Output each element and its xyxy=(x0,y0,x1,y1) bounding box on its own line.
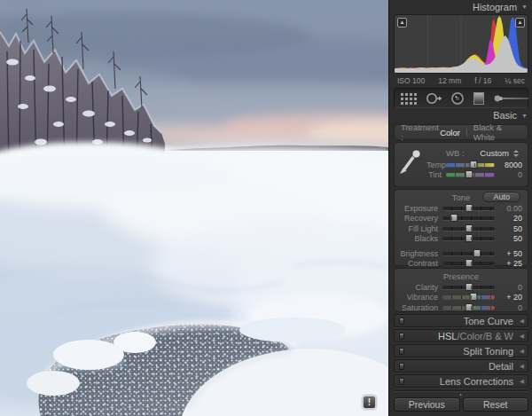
detail-panel-header[interactable]: Detail ◀ xyxy=(394,359,528,373)
exposure-label: Exposure xyxy=(400,204,442,213)
slider-fill-light: Fill Light 50 xyxy=(400,224,522,234)
panel-enable-switch[interactable] xyxy=(399,318,404,325)
exposure-slider[interactable] xyxy=(442,207,495,210)
hsl-mode[interactable]: HSL xyxy=(438,331,457,341)
clarity-slider-thumb[interactable] xyxy=(465,283,473,291)
vibrance-value[interactable]: + 20 xyxy=(495,293,522,302)
collapse-arrow-icon: ◀ xyxy=(520,348,524,354)
exif-shutter-speed: ¼ sec xyxy=(505,76,525,85)
collapse-arrow-icon: ◀ xyxy=(520,333,524,339)
temp-slider[interactable] xyxy=(446,163,495,167)
contrast-value[interactable]: + 25 xyxy=(495,259,522,268)
clarity-label: Clarity xyxy=(400,283,442,292)
exif-info-row: ISO 100 12 mm f / 16 ¼ sec xyxy=(389,74,532,85)
blacks-slider-thumb[interactable] xyxy=(465,234,473,242)
collapse-arrow-icon: ◀ xyxy=(520,318,524,324)
hsl-panel-header[interactable]: HSL / Color / B & W ◀ xyxy=(394,329,528,342)
auto-tone-button[interactable]: Auto xyxy=(482,192,520,202)
wb-label: WB : xyxy=(446,148,465,158)
metadata-status-badge[interactable]: ! xyxy=(363,396,376,409)
brightness-slider-thumb[interactable] xyxy=(473,249,481,257)
spot-removal-icon[interactable] xyxy=(426,91,442,106)
recovery-slider-thumb[interactable] xyxy=(450,214,458,222)
lens-corrections-title: Lens Corrections xyxy=(440,376,513,387)
shadow-clipping-indicator[interactable]: ▲ xyxy=(397,18,407,27)
temp-value[interactable]: 8000 xyxy=(495,161,522,169)
disclosure-triangle-icon: ▼ xyxy=(521,113,528,119)
red-eye-icon[interactable] xyxy=(450,91,465,106)
vibrance-slider-thumb[interactable] xyxy=(470,293,478,301)
histogram-panel-header[interactable]: Histogram ▼ xyxy=(389,0,532,13)
contrast-slider[interactable] xyxy=(442,262,495,265)
temp-label: Temp xyxy=(426,161,446,169)
clarity-slider[interactable] xyxy=(442,286,495,289)
saturation-slider[interactable] xyxy=(442,306,495,310)
exposure-value[interactable]: 0.00 xyxy=(495,204,522,213)
saturation-slider-thumb[interactable] xyxy=(465,303,473,311)
recovery-label: Recovery xyxy=(400,214,442,223)
bw-mode[interactable]: B & W xyxy=(486,331,513,341)
exif-focal-length: 12 mm xyxy=(438,76,461,85)
fill-light-slider-thumb[interactable] xyxy=(465,224,473,232)
lens-corrections-panel-header[interactable]: Lens Corrections ◀ xyxy=(394,374,528,388)
tone-label: Tone xyxy=(452,192,471,202)
slider-blacks: Blacks 50 xyxy=(400,234,522,245)
tool-strip xyxy=(394,88,528,108)
fill-light-value[interactable]: 50 xyxy=(495,224,522,233)
exif-aperture: f / 16 xyxy=(474,76,491,85)
wb-eyedropper-icon[interactable] xyxy=(399,147,424,177)
color-mode[interactable]: Color xyxy=(459,331,482,341)
exif-iso: ISO 100 xyxy=(397,76,425,85)
reset-button[interactable]: Reset xyxy=(463,397,529,412)
saturation-value[interactable]: 0 xyxy=(495,303,522,312)
vibrance-label: Vibrance xyxy=(400,293,442,302)
winter-landscape-photo xyxy=(0,0,388,416)
temp-slider-thumb[interactable] xyxy=(470,161,478,169)
blacks-slider[interactable] xyxy=(442,237,495,240)
previous-button[interactable]: Previous xyxy=(394,397,460,412)
panel-enable-switch[interactable] xyxy=(399,333,404,340)
blacks-value[interactable]: 50 xyxy=(495,234,522,243)
highlight-clipping-indicator[interactable]: ▲ xyxy=(515,18,525,27)
tint-slider-thumb[interactable] xyxy=(466,170,473,178)
panel-enable-switch[interactable] xyxy=(399,363,404,370)
basic-panel-header[interactable]: Basic ▼ xyxy=(389,108,532,122)
histogram-title: Histogram xyxy=(473,2,517,12)
fill-light-label: Fill Light xyxy=(400,224,442,233)
treatment-row: Treatment : Color Black & White xyxy=(394,124,528,140)
wb-preset-select[interactable]: Custom xyxy=(480,148,509,158)
crop-overlay-icon[interactable] xyxy=(401,92,418,105)
wb-select-arrows-icon[interactable] xyxy=(513,150,519,157)
footer-buttons: Previous Reset xyxy=(394,397,528,412)
vibrance-slider[interactable] xyxy=(442,295,495,299)
tone-curve-panel-header[interactable]: Tone Curve ◀ xyxy=(394,314,528,327)
graduated-filter-icon[interactable] xyxy=(473,91,485,106)
exposure-slider-thumb[interactable] xyxy=(465,204,473,212)
histogram-graph xyxy=(395,15,528,73)
recovery-slider[interactable] xyxy=(442,216,495,220)
split-toning-panel-header[interactable]: Split Toning ◀ xyxy=(394,344,528,357)
clarity-value[interactable]: 0 xyxy=(495,283,522,292)
tint-label: Tint xyxy=(426,170,446,179)
photo-canvas[interactable]: ! xyxy=(0,0,388,416)
recovery-value[interactable]: 20 xyxy=(495,214,522,223)
brightness-slider[interactable] xyxy=(442,252,495,255)
panel-enable-switch[interactable] xyxy=(399,378,404,385)
tint-slider[interactable] xyxy=(446,173,495,177)
brightness-label: Brightness xyxy=(400,249,442,258)
panel-enable-switch[interactable] xyxy=(399,348,404,355)
histogram[interactable]: ▲ ▲ xyxy=(394,14,528,74)
brightness-value[interactable]: + 50 xyxy=(495,249,522,258)
slider-temp: Temp 8000 xyxy=(426,160,522,170)
treatment-color-option[interactable]: Color xyxy=(440,128,460,137)
white-balance-section: WB : Custom Temp 8000 Tint 0 xyxy=(394,142,528,187)
adjustment-brush-icon[interactable] xyxy=(493,91,530,106)
tint-value[interactable]: 0 xyxy=(495,170,522,179)
contrast-slider-thumb[interactable] xyxy=(465,259,473,267)
treatment-divider xyxy=(466,129,467,137)
split-toning-title: Split Toning xyxy=(463,346,513,357)
blacks-label: Blacks xyxy=(400,234,442,243)
fill-light-slider[interactable] xyxy=(442,227,495,231)
slider-brightness: Brightness + 50 xyxy=(400,248,522,259)
treatment-bw-option[interactable]: Black & White xyxy=(473,122,521,142)
